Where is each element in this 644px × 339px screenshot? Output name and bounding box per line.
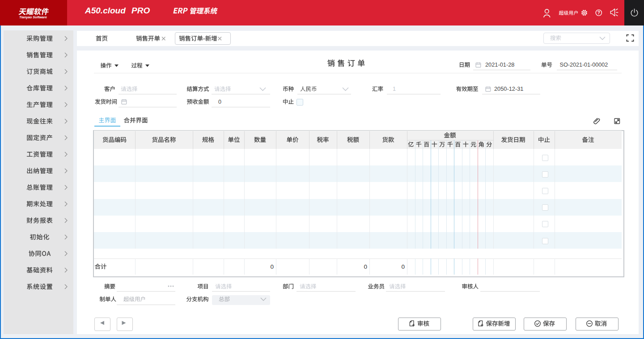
svg-text:A50.cloud: A50.cloud xyxy=(85,6,126,15)
svg-text:2021-01-28: 2021-01-28 xyxy=(485,61,514,68)
svg-text:0: 0 xyxy=(401,263,405,270)
svg-text:SO-2021-01-00002: SO-2021-01-00002 xyxy=(560,62,608,68)
svg-text:1: 1 xyxy=(393,86,396,92)
svg-text:Tianyao Software: Tianyao Software xyxy=(19,15,47,19)
svg-text:0: 0 xyxy=(364,263,367,270)
svg-text:2050-12-31: 2050-12-31 xyxy=(494,85,523,92)
svg-text:PRO: PRO xyxy=(131,6,150,15)
svg-text:?: ? xyxy=(597,10,600,15)
svg-text:0: 0 xyxy=(218,99,221,105)
svg-text:0: 0 xyxy=(270,263,274,270)
